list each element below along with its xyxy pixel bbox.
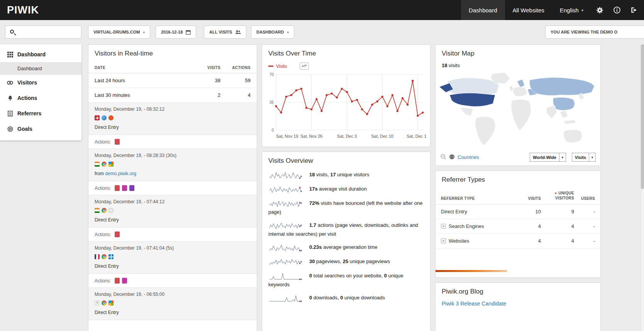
referrer-row[interactable]: Search Engines44-: [436, 219, 600, 234]
map-region-mexico[interactable]: [460, 107, 473, 116]
site-selector-label: VIRTUAL-DRUMS.COM: [93, 30, 140, 34]
visits-over-time-svg[interactable]: 03570Sat, Nov 19Sat, Nov 26Sat, Dec 3Sat…: [263, 71, 427, 144]
map-region-southeast-asia[interactable]: [560, 110, 568, 118]
visitor-referrer-link[interactable]: demo.piwik.org: [105, 171, 136, 176]
sidebar-item-visitors[interactable]: Visitors: [0, 75, 81, 90]
date-selector[interactable]: 2016-12-18: [156, 25, 196, 39]
column-actions: ACTIONS: [220, 66, 251, 70]
realtime-summary-row[interactable]: Last 30 minutes24: [88, 88, 257, 103]
map-region-africa[interactable]: [511, 100, 531, 130]
overview-metric-row[interactable]: 0 total searches on your website, 0 uniq…: [268, 272, 424, 289]
topnav-all-websites[interactable]: All Websites: [505, 0, 552, 20]
referrer-row[interactable]: Websites44-: [436, 234, 600, 248]
page-action-icon[interactable]: [122, 278, 127, 284]
visitor-icons: [95, 208, 251, 213]
visitor-entry[interactable]: Monday, December 19, - 06:55:00Direct En…: [88, 288, 257, 320]
page-action-icon[interactable]: [122, 185, 127, 191]
overview-metric-row[interactable]: 0 downloads, 0 unique downloads: [268, 294, 424, 303]
sidebar-subitem-dashboard[interactable]: Dashboard: [0, 62, 81, 75]
map-region-europe[interactable]: [513, 87, 527, 96]
svg-text:Sat, Dec 10: Sat, Dec 10: [371, 134, 393, 138]
demo-notice-button[interactable]: YOU ARE VIEWING THE DEMO O: [545, 25, 644, 39]
sidebar-item-label: Goals: [17, 126, 32, 132]
scrollbar-thumb[interactable]: [641, 44, 644, 189]
page-action-icon[interactable]: [115, 139, 120, 145]
map-region-india[interactable]: [547, 105, 557, 118]
os-linux-icon: [108, 208, 114, 213]
sidebar-item-actions[interactable]: Actions: [0, 90, 81, 106]
map-metric-select[interactable]: Visits: [572, 153, 596, 162]
zoom-out-icon[interactable]: [440, 154, 446, 161]
visitor-datetime: Monday, December 19, - 07:41:04 (5s): [95, 245, 251, 251]
map-visits-count: 18 visits: [436, 62, 600, 71]
visitor-entry[interactable]: Monday, December 19, - 07:41:04 (5s)Dire…: [88, 241, 257, 288]
sidebar-item-label: Actions: [17, 95, 37, 101]
map-region-south-america[interactable]: [475, 117, 495, 145]
map-footer: Countries World-Wide Visits: [436, 150, 600, 166]
map-region-russia[interactable]: [529, 78, 594, 96]
realtime-visitor-log: Monday, December 19, - 08:32:12Direct En…: [88, 103, 257, 320]
column-referrer-type[interactable]: REFERRER TYPE: [441, 196, 516, 201]
overview-metric-row[interactable]: 30 pageviews, 25 unique pageviews: [268, 257, 424, 267]
page-action-icon[interactable]: [115, 231, 120, 237]
overview-metric-row[interactable]: 72% visits have bounced (left the websit…: [268, 199, 424, 216]
segment-selector[interactable]: ALL VISITS: [204, 25, 246, 39]
overview-metric-list: 18 visits, 17 unique visitors17s average…: [262, 169, 430, 314]
vertical-scrollbar[interactable]: [640, 44, 644, 331]
chart-export-icon[interactable]: [300, 62, 309, 70]
sidebar-item-goals[interactable]: Goals: [0, 121, 81, 137]
referrer-unique-visitors-value: 4: [541, 223, 574, 229]
visitor-info: Monday, December 19, - 06:55:00Direct En…: [88, 288, 257, 320]
visitor-entry[interactable]: Monday, December 19, - 08:28:33 (30s)fro…: [88, 149, 257, 195]
settings-gear-icon[interactable]: [591, 0, 608, 20]
date-selector-label: 2016-12-18: [161, 30, 183, 34]
realtime-summary-row[interactable]: Last 24 hours3859: [88, 73, 257, 88]
page-action-icon[interactable]: [115, 185, 120, 191]
map-region-australia[interactable]: [564, 130, 582, 143]
chevron-down-icon: [589, 153, 595, 161]
topnav-language-select[interactable]: English: [552, 0, 591, 20]
overview-metric-row[interactable]: 18 visits, 17 unique visitors: [268, 171, 424, 180]
map-region-scandinavia[interactable]: [517, 79, 525, 88]
sidebar-item-label: Visitors: [17, 79, 37, 86]
visitor-entry[interactable]: Monday, December 19, - 08:32:12Direct En…: [88, 103, 257, 149]
sidebar-item-referrers[interactable]: Referrers: [0, 106, 81, 121]
map-region-china[interactable]: [553, 97, 575, 110]
sidebar-item-dashboard[interactable]: Dashboard: [0, 47, 81, 62]
people-icon: [235, 30, 241, 34]
topbar-menu: Dashboard All Websites English: [461, 0, 644, 20]
overview-metric-row[interactable]: 17s average visit duration: [268, 185, 424, 194]
topnav-dashboard[interactable]: Dashboard: [461, 0, 505, 20]
signout-icon[interactable]: [625, 0, 642, 20]
dashboard-selector[interactable]: DASHBOARD: [251, 25, 294, 39]
sidebar-item-label: Dashboard: [17, 66, 42, 71]
countries-link[interactable]: Countries: [458, 154, 479, 160]
visits-series-label[interactable]: Visits: [276, 64, 287, 69]
map-region-indonesia[interactable]: [564, 120, 576, 124]
search-input[interactable]: [18, 26, 79, 38]
visitor-info: Monday, December 19, - 07:41:04 (5s)Dire…: [88, 241, 257, 274]
overview-metric-row[interactable]: 1.7 actions (page views, downloads, outl…: [268, 221, 424, 238]
expand-plus-icon[interactable]: [441, 224, 446, 229]
world-map[interactable]: [437, 71, 599, 149]
visitor-entry[interactable]: Monday, December 19, - 07:44:12Direct En…: [88, 195, 257, 241]
site-selector[interactable]: VIRTUAL-DRUMS.COM: [88, 25, 150, 39]
search-box[interactable]: [5, 25, 81, 39]
expand-plus-icon[interactable]: [441, 238, 446, 243]
map-region-united-states[interactable]: [449, 93, 495, 106]
page-action-icon[interactable]: [129, 185, 134, 191]
column-unique-visitors-sorted[interactable]: UNIQUE VISITORS: [541, 191, 574, 201]
metric-sparkline: [268, 185, 303, 194]
browser-chrome-icon: [102, 208, 107, 213]
overview-metric-row[interactable]: 0.23s average generation time: [268, 243, 424, 252]
column-visits[interactable]: VISITS: [516, 196, 541, 201]
visitor-info: Monday, December 19, - 08:28:33 (30s)fro…: [88, 149, 257, 181]
map-region-select[interactable]: World-Wide: [530, 153, 566, 162]
info-icon[interactable]: [608, 0, 625, 20]
page-action-icon[interactable]: [115, 278, 120, 284]
referrer-row[interactable]: Direct Entry109-: [436, 204, 600, 219]
blog-post-link[interactable]: Piwik 3 Release Candidate: [436, 300, 600, 314]
svg-text:70: 70: [269, 73, 274, 77]
summary-visits-value: 38: [190, 78, 220, 83]
column-users[interactable]: USERS: [574, 196, 595, 201]
